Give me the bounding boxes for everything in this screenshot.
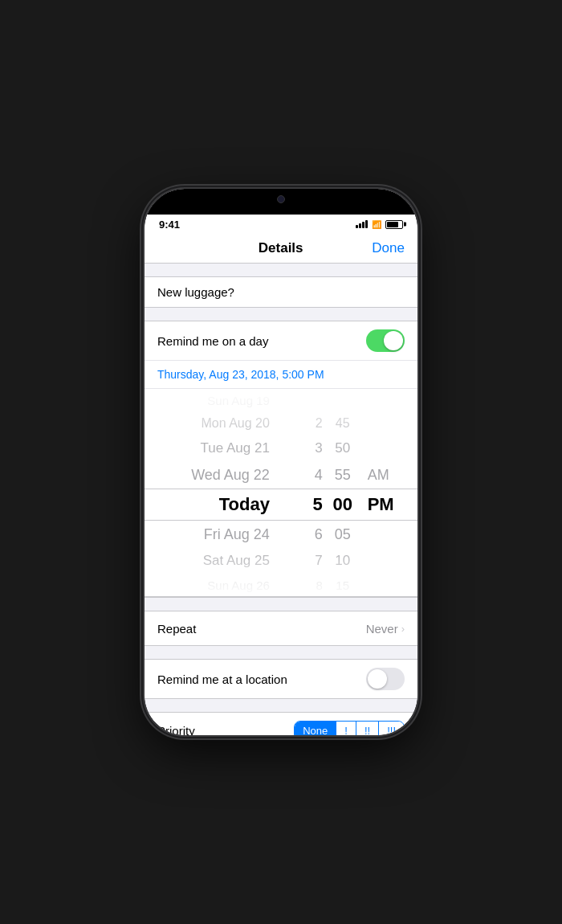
priority-medium-button[interactable]: !!: [356, 722, 379, 735]
nav-title: Details: [259, 240, 303, 256]
camera-icon: [277, 195, 285, 203]
picker-row-tue21: Tue Aug 21 3 50: [145, 435, 417, 461]
remind-location-toggle[interactable]: [366, 668, 405, 690]
battery-icon: [385, 220, 403, 229]
repeat-label: Repeat: [157, 622, 196, 636]
priority-none-button[interactable]: None: [295, 722, 336, 735]
section-gap-2: [145, 308, 417, 321]
picker-row-fri24: Fri Aug 24 6 05: [145, 521, 417, 548]
section-gap-1: [145, 264, 417, 276]
repeat-row[interactable]: Repeat Never ›: [145, 611, 417, 645]
phone-frame: 9:41 📶 Details Done: [145, 189, 417, 735]
date-picker[interactable]: Sun Aug 19 Mon Aug 20 2 45 Tue A: [145, 389, 417, 597]
remind-day-section: Remind me on a day Thursday, Aug 23, 201…: [145, 321, 417, 598]
picker-selected-wrapper: Today 5 00 PM: [145, 489, 417, 521]
battery-fill: [387, 222, 398, 227]
remind-location-label: Remind me at a location: [157, 673, 287, 686]
picker-row-mon20: Mon Aug 20 2 45: [145, 411, 417, 435]
task-title-row: New luggage?: [145, 276, 417, 308]
remind-day-row: Remind me on a day: [145, 321, 417, 361]
priority-high-button[interactable]: !!!: [379, 722, 404, 735]
picker-row-wed22: Wed Aug 22 4 55 AM: [145, 461, 417, 489]
section-gap-4: [145, 646, 417, 659]
remind-day-label: Remind me on a day: [157, 334, 268, 348]
nav-bar: Details Done: [145, 234, 417, 264]
repeat-section: Repeat Never ›: [145, 611, 417, 646]
repeat-value: Never ›: [366, 622, 405, 636]
content-area: New luggage? Remind me on a day Thursday…: [145, 264, 417, 735]
section-gap-3: [145, 598, 417, 611]
priority-low-button[interactable]: !: [336, 722, 356, 735]
picker-row-today: Today 5 00 PM: [145, 489, 417, 521]
location-toggle-thumb: [368, 669, 387, 689]
signal-bars-icon: [356, 220, 368, 228]
toggle-thumb: [384, 331, 403, 350]
screen: 9:41 📶 Details Done: [145, 189, 417, 735]
date-link[interactable]: Thursday, Aug 23, 2018, 5:00 PM: [157, 368, 324, 381]
priority-row: Priority None ! !! !!!: [145, 713, 417, 735]
remind-location-section: Remind me at a location: [145, 659, 417, 699]
date-link-row[interactable]: Thursday, Aug 23, 2018, 5:00 PM: [145, 361, 417, 389]
done-button[interactable]: Done: [372, 240, 405, 256]
picker-row-sun26: Sun Aug 26 8 15: [145, 574, 417, 596]
status-bar: 9:41 📶: [145, 215, 417, 234]
status-icons: 📶: [356, 220, 403, 229]
remind-day-toggle[interactable]: [366, 329, 405, 352]
priority-label: Priority: [157, 724, 195, 735]
status-time: 9:41: [159, 219, 180, 231]
repeat-chevron-icon: ›: [401, 623, 405, 635]
wifi-icon: 📶: [372, 220, 381, 229]
picker-row-sun19: Sun Aug 19: [145, 389, 417, 411]
notch: [225, 189, 337, 210]
section-gap-5: [145, 699, 417, 712]
task-title: New luggage?: [157, 285, 234, 299]
priority-section: Priority None ! !! !!!: [145, 712, 417, 735]
remind-location-row: Remind me at a location: [145, 660, 417, 698]
priority-segment: None ! !! !!!: [294, 721, 405, 735]
notch-area: [145, 189, 417, 215]
picker-row-sat25: Sat Aug 25 7 10: [145, 548, 417, 574]
repeat-value-text: Never: [366, 622, 398, 636]
